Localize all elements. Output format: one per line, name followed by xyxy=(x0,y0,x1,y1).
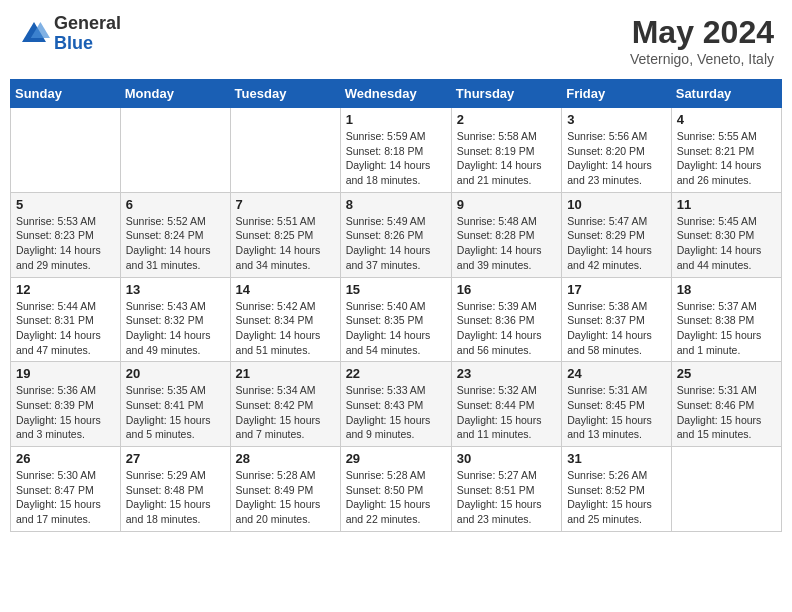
calendar-table: SundayMondayTuesdayWednesdayThursdayFrid… xyxy=(10,79,782,532)
day-info: Sunrise: 5:39 AM Sunset: 8:36 PM Dayligh… xyxy=(457,299,556,358)
day-info: Sunrise: 5:34 AM Sunset: 8:42 PM Dayligh… xyxy=(236,383,335,442)
day-cell: 26Sunrise: 5:30 AM Sunset: 8:47 PM Dayli… xyxy=(11,447,121,532)
day-cell: 23Sunrise: 5:32 AM Sunset: 8:44 PM Dayli… xyxy=(451,362,561,447)
day-cell: 29Sunrise: 5:28 AM Sunset: 8:50 PM Dayli… xyxy=(340,447,451,532)
day-number: 21 xyxy=(236,366,335,381)
day-number: 10 xyxy=(567,197,666,212)
day-info: Sunrise: 5:55 AM Sunset: 8:21 PM Dayligh… xyxy=(677,129,776,188)
day-cell: 12Sunrise: 5:44 AM Sunset: 8:31 PM Dayli… xyxy=(11,277,121,362)
day-number: 31 xyxy=(567,451,666,466)
day-info: Sunrise: 5:38 AM Sunset: 8:37 PM Dayligh… xyxy=(567,299,666,358)
location: Veternigo, Veneto, Italy xyxy=(630,51,774,67)
day-number: 19 xyxy=(16,366,115,381)
day-number: 15 xyxy=(346,282,446,297)
day-info: Sunrise: 5:48 AM Sunset: 8:28 PM Dayligh… xyxy=(457,214,556,273)
day-number: 6 xyxy=(126,197,225,212)
day-info: Sunrise: 5:31 AM Sunset: 8:46 PM Dayligh… xyxy=(677,383,776,442)
day-cell: 25Sunrise: 5:31 AM Sunset: 8:46 PM Dayli… xyxy=(671,362,781,447)
weekday-header-row: SundayMondayTuesdayWednesdayThursdayFrid… xyxy=(11,80,782,108)
day-info: Sunrise: 5:52 AM Sunset: 8:24 PM Dayligh… xyxy=(126,214,225,273)
day-cell: 7Sunrise: 5:51 AM Sunset: 8:25 PM Daylig… xyxy=(230,192,340,277)
day-number: 13 xyxy=(126,282,225,297)
weekday-header-wednesday: Wednesday xyxy=(340,80,451,108)
week-row-1: 1Sunrise: 5:59 AM Sunset: 8:18 PM Daylig… xyxy=(11,108,782,193)
day-info: Sunrise: 5:51 AM Sunset: 8:25 PM Dayligh… xyxy=(236,214,335,273)
day-number: 30 xyxy=(457,451,556,466)
day-cell xyxy=(120,108,230,193)
day-info: Sunrise: 5:28 AM Sunset: 8:49 PM Dayligh… xyxy=(236,468,335,527)
logo: General Blue xyxy=(18,14,121,54)
day-info: Sunrise: 5:36 AM Sunset: 8:39 PM Dayligh… xyxy=(16,383,115,442)
day-number: 17 xyxy=(567,282,666,297)
day-number: 29 xyxy=(346,451,446,466)
weekday-header-saturday: Saturday xyxy=(671,80,781,108)
day-info: Sunrise: 5:35 AM Sunset: 8:41 PM Dayligh… xyxy=(126,383,225,442)
day-cell: 14Sunrise: 5:42 AM Sunset: 8:34 PM Dayli… xyxy=(230,277,340,362)
day-number: 9 xyxy=(457,197,556,212)
day-cell: 30Sunrise: 5:27 AM Sunset: 8:51 PM Dayli… xyxy=(451,447,561,532)
title-section: May 2024 Veternigo, Veneto, Italy xyxy=(630,14,774,67)
day-number: 11 xyxy=(677,197,776,212)
day-number: 12 xyxy=(16,282,115,297)
day-number: 20 xyxy=(126,366,225,381)
day-info: Sunrise: 5:30 AM Sunset: 8:47 PM Dayligh… xyxy=(16,468,115,527)
day-cell: 27Sunrise: 5:29 AM Sunset: 8:48 PM Dayli… xyxy=(120,447,230,532)
week-row-3: 12Sunrise: 5:44 AM Sunset: 8:31 PM Dayli… xyxy=(11,277,782,362)
day-info: Sunrise: 5:56 AM Sunset: 8:20 PM Dayligh… xyxy=(567,129,666,188)
day-cell: 31Sunrise: 5:26 AM Sunset: 8:52 PM Dayli… xyxy=(562,447,672,532)
day-cell: 20Sunrise: 5:35 AM Sunset: 8:41 PM Dayli… xyxy=(120,362,230,447)
week-row-4: 19Sunrise: 5:36 AM Sunset: 8:39 PM Dayli… xyxy=(11,362,782,447)
day-info: Sunrise: 5:32 AM Sunset: 8:44 PM Dayligh… xyxy=(457,383,556,442)
logo-icon xyxy=(18,18,50,50)
day-info: Sunrise: 5:47 AM Sunset: 8:29 PM Dayligh… xyxy=(567,214,666,273)
day-info: Sunrise: 5:26 AM Sunset: 8:52 PM Dayligh… xyxy=(567,468,666,527)
day-info: Sunrise: 5:31 AM Sunset: 8:45 PM Dayligh… xyxy=(567,383,666,442)
day-cell: 6Sunrise: 5:52 AM Sunset: 8:24 PM Daylig… xyxy=(120,192,230,277)
day-cell xyxy=(11,108,121,193)
day-cell: 24Sunrise: 5:31 AM Sunset: 8:45 PM Dayli… xyxy=(562,362,672,447)
weekday-header-sunday: Sunday xyxy=(11,80,121,108)
day-number: 24 xyxy=(567,366,666,381)
day-info: Sunrise: 5:45 AM Sunset: 8:30 PM Dayligh… xyxy=(677,214,776,273)
day-number: 22 xyxy=(346,366,446,381)
weekday-header-friday: Friday xyxy=(562,80,672,108)
day-number: 23 xyxy=(457,366,556,381)
day-cell: 2Sunrise: 5:58 AM Sunset: 8:19 PM Daylig… xyxy=(451,108,561,193)
day-cell: 15Sunrise: 5:40 AM Sunset: 8:35 PM Dayli… xyxy=(340,277,451,362)
day-number: 18 xyxy=(677,282,776,297)
day-info: Sunrise: 5:58 AM Sunset: 8:19 PM Dayligh… xyxy=(457,129,556,188)
week-row-2: 5Sunrise: 5:53 AM Sunset: 8:23 PM Daylig… xyxy=(11,192,782,277)
day-cell: 5Sunrise: 5:53 AM Sunset: 8:23 PM Daylig… xyxy=(11,192,121,277)
day-cell: 21Sunrise: 5:34 AM Sunset: 8:42 PM Dayli… xyxy=(230,362,340,447)
day-info: Sunrise: 5:29 AM Sunset: 8:48 PM Dayligh… xyxy=(126,468,225,527)
day-number: 8 xyxy=(346,197,446,212)
day-cell: 19Sunrise: 5:36 AM Sunset: 8:39 PM Dayli… xyxy=(11,362,121,447)
day-cell: 13Sunrise: 5:43 AM Sunset: 8:32 PM Dayli… xyxy=(120,277,230,362)
day-number: 26 xyxy=(16,451,115,466)
day-number: 5 xyxy=(16,197,115,212)
day-number: 7 xyxy=(236,197,335,212)
day-number: 16 xyxy=(457,282,556,297)
day-cell: 17Sunrise: 5:38 AM Sunset: 8:37 PM Dayli… xyxy=(562,277,672,362)
day-number: 3 xyxy=(567,112,666,127)
day-cell: 1Sunrise: 5:59 AM Sunset: 8:18 PM Daylig… xyxy=(340,108,451,193)
logo-blue: Blue xyxy=(54,33,93,53)
day-number: 14 xyxy=(236,282,335,297)
day-cell: 3Sunrise: 5:56 AM Sunset: 8:20 PM Daylig… xyxy=(562,108,672,193)
day-info: Sunrise: 5:37 AM Sunset: 8:38 PM Dayligh… xyxy=(677,299,776,358)
day-cell: 18Sunrise: 5:37 AM Sunset: 8:38 PM Dayli… xyxy=(671,277,781,362)
logo-general: General xyxy=(54,13,121,33)
day-info: Sunrise: 5:53 AM Sunset: 8:23 PM Dayligh… xyxy=(16,214,115,273)
day-cell: 28Sunrise: 5:28 AM Sunset: 8:49 PM Dayli… xyxy=(230,447,340,532)
day-number: 27 xyxy=(126,451,225,466)
day-info: Sunrise: 5:28 AM Sunset: 8:50 PM Dayligh… xyxy=(346,468,446,527)
week-row-5: 26Sunrise: 5:30 AM Sunset: 8:47 PM Dayli… xyxy=(11,447,782,532)
day-cell: 16Sunrise: 5:39 AM Sunset: 8:36 PM Dayli… xyxy=(451,277,561,362)
month-title: May 2024 xyxy=(630,14,774,51)
day-number: 4 xyxy=(677,112,776,127)
day-info: Sunrise: 5:59 AM Sunset: 8:18 PM Dayligh… xyxy=(346,129,446,188)
weekday-header-tuesday: Tuesday xyxy=(230,80,340,108)
day-info: Sunrise: 5:33 AM Sunset: 8:43 PM Dayligh… xyxy=(346,383,446,442)
weekday-header-monday: Monday xyxy=(120,80,230,108)
day-number: 28 xyxy=(236,451,335,466)
